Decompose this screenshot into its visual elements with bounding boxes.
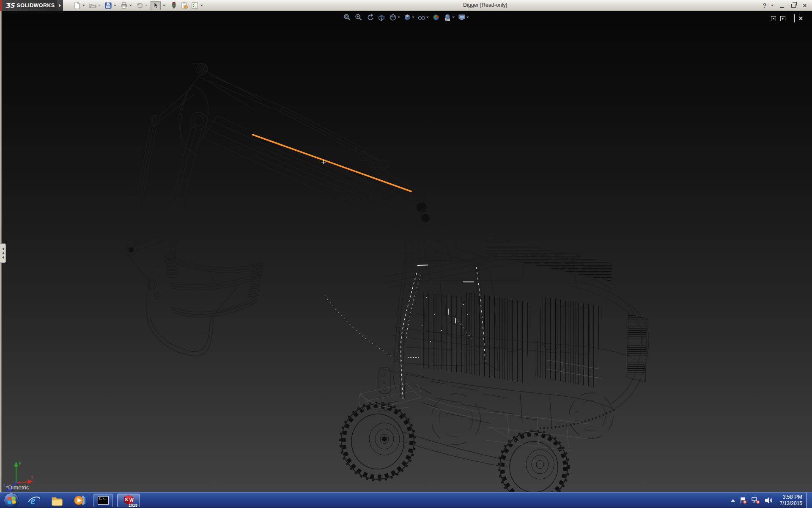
media-player-button[interactable] — [71, 493, 89, 508]
print-button[interactable] — [119, 1, 134, 10]
media-player-icon — [73, 494, 87, 507]
solidworks-logo-icon: ƷS — [5, 2, 14, 9]
pane-toggle-right-button[interactable] — [780, 16, 785, 21]
display-style-icon — [403, 13, 411, 22]
chevron-down-icon[interactable] — [129, 5, 132, 6]
command-prompt-icon: C:\_ — [98, 496, 109, 505]
graphics-area[interactable]: y x z — [0, 11, 812, 492]
title-bar: ƷS SOLIDWORKS — [0, 0, 812, 11]
triad-y-label: y — [19, 461, 22, 465]
hide-show-items-button[interactable] — [417, 13, 429, 22]
help-caret-icon[interactable] — [771, 5, 774, 6]
command-prompt-button[interactable]: C:\_ — [93, 494, 113, 507]
solidworks-menu-button[interactable]: ƷS SOLIDWORKS — [2, 0, 57, 11]
standard-toolbar — [72, 1, 205, 10]
select-tool-button[interactable] — [151, 1, 161, 10]
zoom-to-fit-button[interactable] — [343, 13, 351, 22]
previous-view-icon — [366, 13, 374, 22]
menu-flyout-button[interactable] — [57, 0, 63, 11]
body-group — [376, 237, 649, 467]
help-button[interactable]: ? — [763, 2, 766, 9]
internet-explorer-icon: e — [27, 494, 41, 507]
display-style-button[interactable] — [403, 13, 414, 22]
windows-explorer-button[interactable] — [48, 493, 66, 508]
document-close-button[interactable]: × — [799, 16, 803, 21]
save-button[interactable] — [104, 1, 118, 10]
heads-up-view-toolbar — [343, 13, 469, 22]
minimize-icon — [780, 7, 784, 8]
restore-button[interactable] — [790, 2, 797, 9]
view-settings-button[interactable] — [458, 13, 469, 22]
apply-scene-icon — [443, 13, 452, 22]
section-view-button[interactable] — [377, 13, 386, 22]
restore-icon — [791, 4, 796, 8]
chevron-down-icon[interactable] — [426, 17, 429, 18]
options-button[interactable] — [190, 1, 205, 10]
clock-date: 7/13/2015 — [780, 500, 802, 507]
boom-group — [134, 63, 459, 262]
eyeglasses-icon — [417, 13, 426, 22]
selected-edge[interactable] — [252, 135, 411, 191]
view-orientation-button[interactable] — [389, 13, 400, 22]
feature-panel-collapse-tab[interactable] — [0, 243, 6, 263]
pane-toggle-left-button[interactable] — [771, 16, 776, 21]
solidworks-window: ƷS SOLIDWORKS — [0, 0, 812, 508]
collapse-arrow-icon — [2, 256, 4, 259]
action-center-icon[interactable] — [739, 496, 747, 505]
undo-button[interactable] — [135, 1, 149, 10]
show-desktop-button[interactable] — [806, 492, 812, 508]
chevron-down-icon[interactable] — [98, 5, 101, 6]
chevron-down-icon[interactable] — [200, 5, 203, 6]
new-document-button[interactable] — [72, 1, 87, 10]
previous-view-button[interactable] — [366, 13, 374, 22]
file-properties-icon — [181, 2, 188, 9]
restore-icon — [794, 14, 795, 22]
close-icon: × — [803, 3, 807, 8]
minimize-button[interactable] — [778, 2, 786, 9]
solidworks-year-badge: 2015 — [129, 503, 137, 508]
highlighted-edges-group — [325, 265, 485, 400]
chevron-down-icon[interactable] — [398, 17, 400, 18]
document-restore-button[interactable] — [794, 15, 795, 22]
network-status-icon[interactable] — [751, 496, 760, 505]
svg-text:S: S — [125, 497, 128, 502]
solidworks-taskbar-button[interactable]: S W 2015 — [117, 494, 140, 507]
open-document-button[interactable] — [88, 1, 102, 10]
close-button[interactable]: × — [801, 2, 809, 9]
file-properties-button[interactable] — [180, 1, 189, 10]
start-button[interactable] — [4, 493, 19, 508]
excavator-wireframe: y x z — [0, 11, 812, 492]
section-view-icon — [377, 13, 386, 22]
command-prompt-text: C:\_ — [99, 497, 106, 500]
chevron-down-icon[interactable] — [145, 5, 148, 6]
chevron-down-icon[interactable] — [82, 5, 85, 6]
ghost-components-group — [359, 360, 602, 451]
chevron-down-icon[interactable] — [452, 17, 455, 18]
svg-text:e: e — [30, 494, 36, 507]
undo-arrow-icon — [136, 2, 143, 9]
hidden-icons-button[interactable] — [731, 499, 735, 502]
rebuild-button[interactable] — [169, 1, 178, 10]
collapse-arrow-icon — [2, 248, 4, 250]
chevron-down-icon[interactable] — [412, 17, 414, 18]
chevron-down-icon[interactable] — [466, 17, 469, 18]
edit-appearance-button[interactable] — [432, 13, 440, 22]
zoom-to-area-button[interactable] — [354, 13, 363, 22]
pane-right-arrow-icon — [782, 17, 784, 20]
view-orientation-icon — [389, 13, 397, 22]
chevron-down-icon[interactable] — [114, 5, 116, 6]
view-settings-icon — [458, 13, 466, 22]
new-document-icon — [73, 2, 81, 9]
apply-scene-button[interactable] — [443, 13, 455, 22]
internet-explorer-button[interactable]: e — [25, 493, 44, 508]
save-floppy-icon — [104, 2, 112, 9]
windows-flag-icon — [8, 496, 16, 505]
select-flyout-caret[interactable] — [163, 5, 165, 6]
open-folder-icon — [89, 2, 96, 9]
brand-label: SOLIDWORKS — [16, 3, 55, 8]
taskbar-clock[interactable]: 3:58 PM 7/13/2015 — [780, 494, 802, 507]
triad-x-label: x — [30, 475, 33, 479]
view-orientation-label: *Dimetric — [6, 484, 29, 491]
volume-icon[interactable] — [764, 496, 774, 505]
windows-taskbar: e C:\_ — [0, 492, 812, 508]
